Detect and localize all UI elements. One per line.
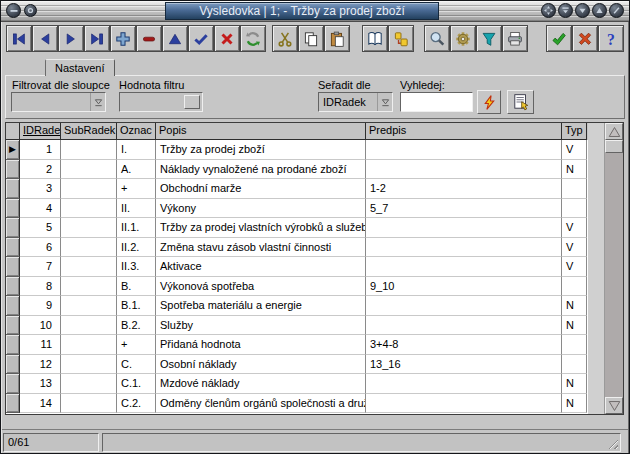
cell-predpis[interactable] — [366, 316, 562, 336]
column-header-predpis[interactable]: Predpis — [366, 123, 562, 140]
cell-typ[interactable]: N — [562, 394, 587, 414]
chevron-down-icon[interactable] — [90, 93, 105, 111]
cell-oznac[interactable]: C.1. — [117, 374, 156, 394]
codebook-button[interactable] — [362, 25, 388, 52]
quick-search-button[interactable] — [477, 90, 501, 114]
column-header-typ[interactable]: Typ — [562, 123, 587, 140]
table-row[interactable]: 9B.1.Spotřeba materiálu a energieN — [6, 296, 588, 316]
cell-sub[interactable] — [61, 355, 117, 375]
raise-button[interactable] — [592, 3, 607, 18]
sort-combobox[interactable]: IDRadek — [318, 92, 393, 112]
filter-value-ellipsis-button[interactable] — [184, 95, 200, 109]
cell-id[interactable]: 11 — [20, 335, 61, 355]
table-row[interactable]: 11+Přidaná hodnota3+4-8 — [6, 335, 588, 355]
cell-popis[interactable]: Náklady vynaložené na prodané zboží — [156, 160, 366, 180]
cell-oznac[interactable]: II.1. — [117, 218, 156, 238]
tab-nastaveni[interactable]: Nastavení — [45, 59, 115, 76]
cell-popis[interactable]: Odměny členům orgánů společnosti a družs… — [156, 394, 366, 414]
prior-record-button[interactable] — [32, 25, 58, 52]
cell-oznac[interactable]: B.2. — [117, 316, 156, 336]
cell-id[interactable]: 7 — [20, 257, 61, 277]
close-window-button[interactable] — [572, 25, 598, 52]
cell-popis[interactable]: Přidaná hodnota — [156, 335, 366, 355]
cell-typ[interactable]: N — [562, 296, 587, 316]
cell-oznac[interactable]: C.2. — [117, 394, 156, 414]
cell-sub[interactable] — [61, 257, 117, 277]
cell-predpis[interactable] — [366, 218, 562, 238]
cell-typ[interactable] — [562, 179, 587, 199]
cell-oznac[interactable]: II. — [117, 199, 156, 219]
cell-predpis[interactable] — [366, 374, 562, 394]
column-header-oznac[interactable]: Oznac — [117, 123, 156, 140]
cell-id[interactable]: 2 — [20, 160, 61, 180]
cell-id[interactable]: 10 — [20, 316, 61, 336]
cell-oznac[interactable]: II.3. — [117, 257, 156, 277]
cell-popis[interactable]: Tržby za prodej vlastních výrobků a služ… — [156, 218, 366, 238]
cell-predpis[interactable]: 13_16 — [366, 355, 562, 375]
cell-id[interactable]: 12 — [20, 355, 61, 375]
table-row[interactable]: 5II.1.Tržby za prodej vlastních výrobků … — [6, 218, 588, 238]
cell-id[interactable]: 9 — [20, 296, 61, 316]
maximize-button[interactable] — [541, 3, 556, 18]
cell-predpis[interactable] — [366, 140, 562, 160]
cell-oznac[interactable]: B.1. — [117, 296, 156, 316]
open-form-button[interactable] — [507, 90, 534, 114]
post-record-button[interactable] — [188, 25, 214, 52]
table-row[interactable]: 4II.Výkony5_7 — [6, 199, 588, 219]
last-record-button[interactable] — [84, 25, 110, 52]
cell-predpis[interactable]: 5_7 — [366, 199, 562, 219]
transfer-button[interactable] — [388, 25, 414, 52]
cell-id[interactable]: 6 — [20, 238, 61, 258]
cell-popis[interactable]: Obchodní marže — [156, 179, 366, 199]
cell-predpis[interactable]: 1-2 — [366, 179, 562, 199]
column-header-idradek[interactable]: IDRadek — [20, 123, 61, 140]
vertical-scrollbar[interactable] — [605, 123, 623, 414]
help-button[interactable]: ? — [598, 25, 624, 52]
insert-record-button[interactable] — [110, 25, 136, 52]
cell-id[interactable]: 8 — [20, 277, 61, 297]
cell-popis[interactable]: Spotřeba materiálu a energie — [156, 296, 366, 316]
cell-sub[interactable] — [61, 199, 117, 219]
chevron-down-icon[interactable] — [377, 93, 392, 111]
cell-typ[interactable] — [562, 277, 587, 297]
cell-typ[interactable]: V — [562, 140, 587, 160]
cell-id[interactable]: 14 — [20, 394, 61, 414]
cell-sub[interactable] — [61, 296, 117, 316]
cell-predpis[interactable]: 9_10 — [366, 277, 562, 297]
table-row[interactable]: ▶1I.Tržby za prodej zbožíV — [6, 140, 588, 160]
cell-oznac[interactable]: + — [117, 335, 156, 355]
close-button[interactable] — [609, 3, 624, 18]
cell-oznac[interactable]: B. — [117, 277, 156, 297]
cell-id[interactable]: 3 — [20, 179, 61, 199]
iconify-button[interactable] — [575, 3, 590, 18]
confirm-button[interactable] — [546, 25, 572, 52]
cell-popis[interactable]: Změna stavu zásob vlastní činnosti — [156, 238, 366, 258]
cell-typ[interactable]: N — [562, 160, 587, 180]
cell-predpis[interactable] — [366, 257, 562, 277]
cell-popis[interactable]: Aktivace — [156, 257, 366, 277]
table-row[interactable]: 8B.Výkonová spotřeba9_10 — [6, 277, 588, 297]
cell-typ[interactable] — [562, 335, 587, 355]
table-row[interactable]: 14C.2.Odměny členům orgánů společnosti a… — [6, 394, 588, 414]
search-button[interactable] — [424, 25, 450, 52]
cell-oznac[interactable]: + — [117, 179, 156, 199]
window-menu-button[interactable] — [6, 3, 21, 18]
cell-popis[interactable]: Výkonová spotřeba — [156, 277, 366, 297]
cell-oznac[interactable]: C. — [117, 355, 156, 375]
print-button[interactable] — [502, 25, 528, 52]
cell-typ[interactable]: N — [562, 374, 587, 394]
cell-id[interactable]: 13 — [20, 374, 61, 394]
cell-typ[interactable]: V — [562, 218, 587, 238]
column-header-subradek[interactable]: SubRadek — [61, 123, 117, 140]
cell-typ[interactable]: N — [562, 316, 587, 336]
cell-id[interactable]: 5 — [20, 218, 61, 238]
cell-sub[interactable] — [61, 277, 117, 297]
cell-sub[interactable] — [61, 140, 117, 160]
cut-button[interactable] — [272, 25, 298, 52]
cell-sub[interactable] — [61, 394, 117, 414]
first-record-button[interactable] — [6, 25, 32, 52]
search-field[interactable] — [400, 92, 473, 112]
cell-sub[interactable] — [61, 335, 117, 355]
cell-popis[interactable]: Výkony — [156, 199, 366, 219]
delete-record-button[interactable] — [136, 25, 162, 52]
